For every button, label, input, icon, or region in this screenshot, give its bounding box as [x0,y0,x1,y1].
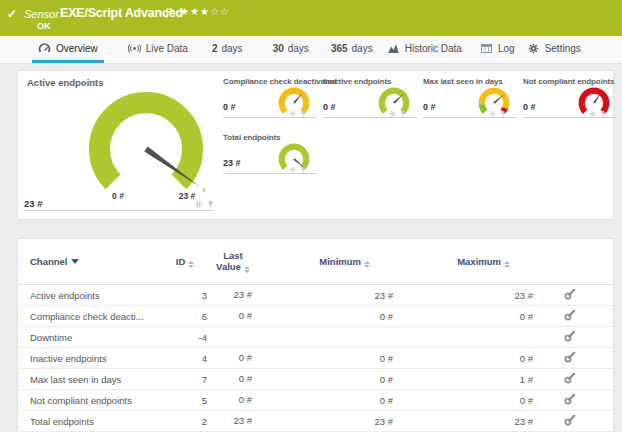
cell-channel: Active endpoints [30,290,160,301]
channel-table-panel: ChannelIDLast ValueMinimumMaximum Active… [17,238,614,432]
table-row-active-endpoints: Active endpoints323 #23 #23 # [18,285,613,306]
column-label: Maximum [457,256,501,267]
tab-log[interactable]: Log [474,36,521,63]
tab-overview[interactable]: Overview [32,36,104,63]
tab-live-data[interactable]: Live Data [122,36,194,63]
column-header-id[interactable]: ID [160,256,210,268]
gauge-block-compliance-check-deactivated: Compliance check deactivated 0 # [223,77,317,123]
wrench-icon [564,309,576,321]
gauges-panel: Active endpoints x 0 # 23 # 23 # Complia… [17,70,614,220]
column-label: ID [176,256,186,267]
gear-icon [527,42,540,55]
cell-max: 0 # [396,395,536,406]
cell-channel: Inactive endpoints [30,353,160,364]
small-gear-icon[interactable] [289,166,297,174]
gauge-actions [589,110,606,118]
channel-settings-button[interactable] [564,309,576,321]
tab-label-number: 365 [331,43,348,54]
tab-365-days[interactable]: 365days [325,36,379,63]
status-badge: OK [37,21,51,31]
cell-min: 0 # [256,374,396,385]
cell-actions [536,309,603,323]
tab-label-number: 30 [273,43,284,54]
wrench-icon [564,414,576,426]
small-gear-icon[interactable] [489,110,497,118]
gauge-block-inactive-endpoints: Inactive endpoints 0 # [323,77,417,123]
broadcast-icon [128,42,141,55]
cell-channel: Downtime [30,332,160,343]
gauge-actions [389,110,406,118]
pin-icon[interactable] [600,110,606,118]
divider [24,210,214,211]
tab-label: Overview [56,43,98,54]
cell-max: 0 # [396,311,536,322]
object-kind-label: Sensor [24,8,59,20]
tab-2-days[interactable]: 2days [206,36,249,63]
area-chart-icon [387,42,400,55]
tab-bar: OverviewLive Data2days30days365daysHisto… [0,36,622,64]
cell-id: 2 [160,416,210,427]
wrench-icon [564,393,576,405]
table-header-row: ChannelIDLast ValueMinimumMaximum [18,239,613,285]
gauge-block-not-compliant-endpoints: Not compliant endpoints 0 # [523,77,617,123]
sort-desc-icon [71,259,79,264]
channel-settings-button[interactable] [564,330,576,342]
tab-label: Settings [545,43,581,54]
cell-channel: Not compliant endpoints [30,395,160,406]
column-header-channel[interactable]: Channel [30,256,160,267]
wrench-icon [564,330,576,342]
table-row-total-endpoints: Total endpoints223 #23 #23 # [18,411,613,432]
table-row-max-last-seen-in-days: Max last seen in days70 #0 #1 # [18,369,613,390]
channel-settings-button[interactable] [564,288,576,300]
cell-max: 23 # [396,290,536,301]
column-header-last-value[interactable]: Last Value [210,250,256,273]
cell-channel: Total endpoints [30,416,160,427]
tab-label: days [288,43,309,54]
cell-id: 3 [160,290,210,301]
sort-icon [364,261,370,268]
cell-id: 7 [160,374,210,385]
tab-label: days [222,43,243,54]
wrench-icon [564,351,576,363]
gauge-value: 0 # [223,102,236,112]
gauge-block-max-last-seen-in-days: Max last seen in days 0 # [423,77,517,123]
cell-min: 0 # [256,311,396,322]
table-row-inactive-endpoints: Inactive endpoints40 #0 #0 # [18,348,613,369]
tab-historic-data[interactable]: Historic Data [381,36,468,63]
column-header-maximum[interactable]: Maximum [396,256,536,268]
channel-settings-button[interactable] [564,414,576,426]
pin-icon[interactable] [500,110,506,118]
pin-icon[interactable] [400,110,406,118]
pin-icon[interactable] [207,200,214,209]
cell-actions [536,393,603,407]
small-gear-icon[interactable] [289,110,297,118]
column-header-minimum[interactable]: Minimum [256,256,396,268]
channel-settings-button[interactable] [564,393,576,405]
channel-settings-button[interactable] [564,372,576,384]
tab-label-number: 2 [212,43,218,54]
check-icon: ✓ [7,7,17,21]
tab-settings[interactable]: Settings [521,36,587,63]
cell-id: 6 [160,311,210,322]
gauge-value: 0 # [523,102,536,112]
table-row-downtime: Downtime-4 [18,327,613,348]
priority-star-rating[interactable]: ★★★☆☆ [180,6,230,17]
cell-id: 5 [160,395,210,406]
small-gear-icon[interactable] [194,200,203,209]
small-gear-icon[interactable] [589,110,597,118]
cell-last: 0 # [210,394,256,405]
channel-settings-button[interactable] [564,351,576,363]
cell-min: 23 # [256,290,396,301]
small-gear-icon[interactable] [389,110,397,118]
cell-id: -4 [160,332,210,343]
cell-min: 0 # [256,395,396,406]
pin-icon[interactable] [300,166,306,174]
tab-30-days[interactable]: 30days [267,36,315,63]
cell-id: 4 [160,353,210,364]
pin-icon[interactable] [300,110,306,118]
cell-last: 23 # [210,415,256,426]
table-row-compliance-check-deacti-: Compliance check deacti...60 #0 #0 # [18,306,613,327]
cell-max: 23 # [396,416,536,427]
tab-label: Log [498,43,515,54]
gauge-value: 23 # [24,198,43,209]
